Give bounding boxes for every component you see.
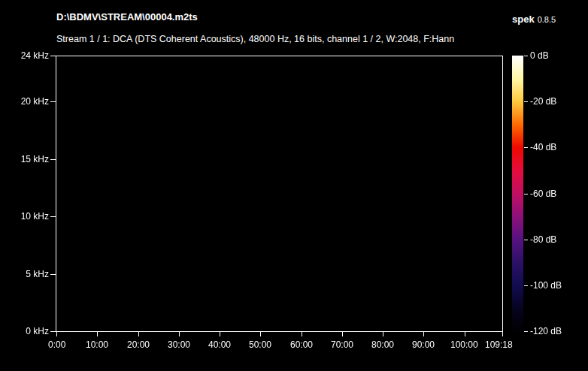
legend-label: -20 dB	[530, 96, 556, 107]
legend-label: -120 dB	[530, 326, 562, 336]
time-tick	[302, 332, 302, 336]
time-tick	[220, 332, 220, 336]
time-tick	[502, 332, 503, 336]
legend-tick	[524, 56, 528, 56]
time-label: 10:00	[86, 339, 108, 350]
frequency-label: 20 kHz	[0, 96, 49, 107]
legend-tick	[524, 331, 528, 332]
frequency-label: 5 kHz	[0, 269, 49, 279]
time-tick	[179, 332, 180, 336]
plot-border	[56, 56, 503, 332]
time-tick	[465, 332, 465, 336]
legend-tick	[524, 240, 528, 240]
time-tick	[260, 332, 261, 336]
legend-label: -40 dB	[530, 142, 556, 152]
frequency-label: 15 kHz	[0, 154, 49, 164]
app-version-label: 0.8.5	[538, 15, 556, 24]
time-label: 100:00	[450, 339, 478, 350]
time-tick	[138, 332, 139, 336]
file-path-title: D:\BDMV\STREAM\00004.m2ts	[56, 11, 198, 23]
app-name-label: spek	[512, 14, 535, 25]
legend-label: 0 dB	[530, 50, 549, 61]
frequency-tick	[50, 101, 56, 102]
legend-tick	[524, 147, 528, 148]
frequency-tick	[50, 159, 56, 160]
frequency-tick	[50, 274, 56, 275]
time-tick	[97, 332, 98, 336]
legend-label: -100 dB	[530, 280, 562, 291]
frequency-tick	[50, 331, 56, 332]
frequency-label: 24 kHz	[0, 50, 49, 61]
frequency-label: 0 kHz	[0, 326, 49, 336]
stream-info-label: Stream 1 / 1: DCA (DTS Coherent Acoustic…	[56, 34, 454, 44]
time-label: 90:00	[412, 339, 435, 350]
legend-tick	[524, 285, 528, 286]
time-tick	[56, 332, 57, 336]
time-label: 80:00	[371, 339, 394, 350]
time-label: 20:00	[127, 339, 150, 350]
time-label: 50:00	[249, 339, 271, 350]
legend-label: -80 dB	[530, 234, 556, 245]
time-label: 40:00	[208, 339, 231, 350]
spek-window: D:\BDMV\STREAM\00004.m2ts spek0.8.5 Stre…	[0, 0, 588, 371]
time-label: 30:00	[168, 339, 190, 350]
legend-label: -60 dB	[530, 189, 556, 199]
legend-tick	[524, 194, 528, 195]
time-tick	[423, 332, 424, 336]
time-tick	[342, 332, 343, 336]
frequency-label: 10 kHz	[0, 211, 49, 222]
time-label: 70:00	[331, 339, 353, 350]
time-label: 60:00	[290, 339, 313, 350]
legend-tick	[524, 101, 528, 102]
time-label: 109:18	[485, 339, 513, 350]
frequency-tick	[50, 216, 56, 217]
time-label: 0:00	[48, 339, 65, 350]
frequency-tick	[50, 56, 56, 56]
time-tick	[383, 332, 383, 336]
legend-color-bar	[512, 56, 523, 332]
app-brand: spek0.8.5	[512, 12, 556, 26]
